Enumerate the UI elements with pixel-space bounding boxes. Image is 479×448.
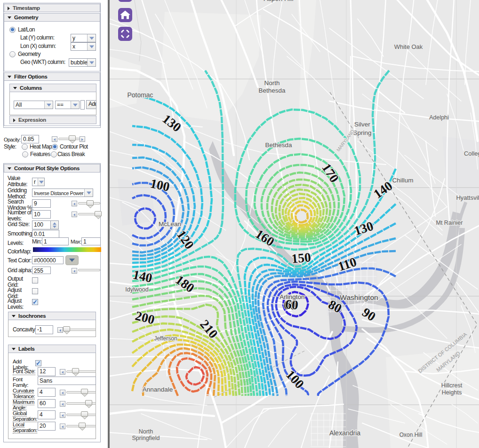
svg-text:Arlington: Arlington [279,293,304,300]
svg-text:Mt Rainier: Mt Rainier [436,220,463,226]
svg-text:Hillcrest: Hillcrest [441,382,463,389]
svg-text:Adelphi: Adelphi [429,114,449,121]
svg-text:North: North [139,428,153,435]
svg-text:Bethesda: Bethesda [258,87,286,94]
svg-text:150: 150 [291,250,311,266]
svg-text:Idylwood: Idylwood [125,286,148,293]
svg-text:McLean: McLean [159,220,181,228]
svg-text:White Oak: White Oak [394,43,423,50]
svg-text:Bethesda: Bethesda [265,141,292,149]
svg-text:Springfield: Springfield [132,435,160,441]
svg-text:Jefferson: Jefferson [154,335,177,342]
svg-text:Heights: Heights [442,389,462,396]
svg-text:College: College [464,150,479,157]
svg-text:Washington: Washington [340,293,378,301]
svg-text:Silver: Silver [354,121,370,128]
svg-text:Spring: Spring [353,129,371,136]
svg-text:North: North [264,79,279,86]
svg-text:Potomac: Potomac [127,91,153,99]
svg-text:Oxon Hill: Oxon Hill [399,432,423,438]
svg-text:Alexandria: Alexandria [329,429,360,437]
svg-text:Hyattsville: Hyattsville [456,194,479,201]
svg-text:Chillum: Chillum [392,177,413,184]
svg-text:Annandale: Annandale [143,386,173,393]
svg-text:Aspen Hill: Aspen Hill [263,0,293,2]
